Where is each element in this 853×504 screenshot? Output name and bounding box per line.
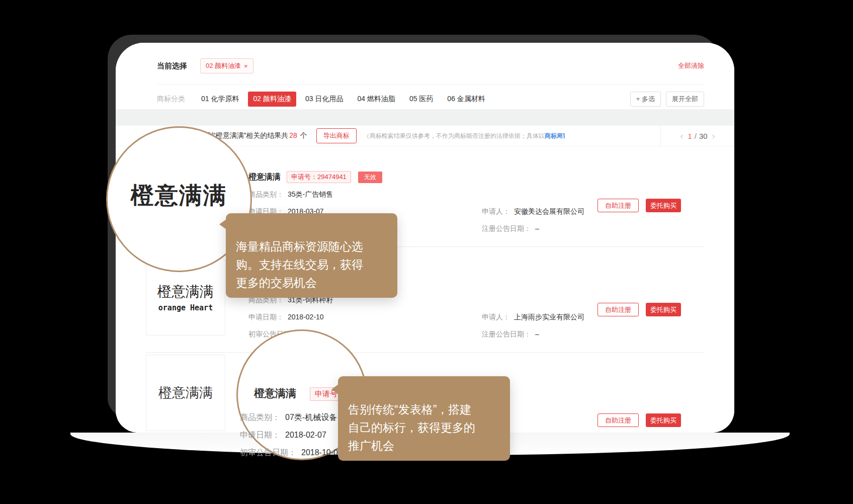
pagination: ‹ 1 / 30 › — [660, 126, 734, 146]
field-value: 上海雨步实业有限公司 — [514, 313, 584, 321]
entrust-buy-button[interactable]: 委托购买 — [646, 303, 681, 316]
total-pages: 30 — [699, 132, 708, 140]
page-separator: / — [695, 132, 697, 140]
magnified-date-field: 申请日期：2018-02-07 — [240, 430, 326, 441]
tab-medicine[interactable]: 05 医药 — [404, 92, 438, 107]
magnified-category-field: 商品类别：07类-机械设备 — [240, 412, 337, 423]
tooltip-arrow-left-icon — [331, 384, 338, 394]
magnified-trademark-name: 橙意满满 — [254, 386, 296, 400]
results-count: 28 — [289, 131, 297, 139]
row-title-line: 橙意满满 申请号：29474941 无效 — [248, 171, 382, 183]
magnified-publication-field: 初审公告日期：2018-10-06 — [240, 448, 343, 458]
trademark-image-text: 橙意满满 — [157, 282, 214, 301]
field-value: 安徽美达会展有限公司 — [514, 207, 584, 215]
disclaimer-prefix: （商标检索结果仅供参考，不作为商标能否注册的法律依据；具体以 — [364, 132, 545, 139]
dashed-divider — [157, 84, 704, 85]
filter-panel: 当前选择 02 颜料油漆 × 全部清除 商标分类 01 化学原料 02 颜料油漆… — [116, 43, 734, 109]
tooltip-text: 告别传统“发表格”，搭建 自己的标行，获得更多的 推广机会 — [348, 403, 475, 452]
magnified-trademark-text: 橙意满满 — [131, 180, 227, 211]
tab-fuel[interactable]: 04 燃料油脂 — [352, 92, 400, 107]
field-label: 申请人： — [482, 207, 510, 215]
field-value: 2018-02-10 — [288, 313, 324, 321]
field-label: 申请人： — [482, 313, 510, 321]
field-label: 商品类别： — [240, 413, 280, 422]
field-value: 2018-02-07 — [285, 431, 326, 439]
trademark-image-text: 橙意满满 — [158, 384, 213, 402]
prev-page-icon[interactable]: ‹ — [675, 131, 688, 141]
tooltip-promotion: 告别传统“发表格”，搭建 自己的标行，获得更多的 推广机会 — [338, 376, 510, 461]
field-label: 初审公告日期： — [240, 448, 296, 457]
current-selection-row: 当前选择 02 颜料油漆 × 全部清除 — [157, 58, 704, 74]
field-value: – — [535, 330, 539, 338]
results-summary-suffix: 个 — [298, 131, 307, 139]
row-divider — [146, 352, 704, 353]
multi-select-button[interactable]: + 多选 — [630, 92, 661, 107]
field-label: 注册公告日期： — [482, 330, 531, 338]
tab-chemical[interactable]: 01 化学原料 — [196, 92, 244, 107]
tab-metal[interactable]: 06 金属材料 — [442, 92, 490, 107]
trademark-name[interactable]: 橙意满满 — [248, 172, 281, 183]
self-register-button[interactable]: 自助注册 — [598, 199, 639, 212]
tooltip-text: 海量精品商标资源随心选 购。支持在线交易，获得 更多的交易机会 — [236, 240, 363, 289]
entrust-buy-button[interactable]: 委托购买 — [646, 413, 681, 427]
selected-filter-tag[interactable]: 02 颜料油漆 × — [200, 58, 253, 73]
trademark-image-3[interactable]: 橙意满满 — [146, 355, 225, 431]
tab-paint-selected[interactable]: 02 颜料油漆 — [248, 92, 296, 107]
field-label: 申请日期： — [248, 313, 284, 321]
application-number-tag: 申请号：29474941 — [287, 171, 351, 183]
next-page-icon[interactable]: › — [708, 131, 720, 141]
category-field: 商品类别：35类-广告销售 — [248, 190, 333, 199]
field-value: 35类-广告销售 — [288, 190, 333, 198]
field-value: – — [535, 224, 539, 232]
self-register-button[interactable]: 自助注册 — [598, 413, 639, 427]
page-background: 当前选择 02 颜料油漆 × 全部清除 商标分类 01 化学原料 02 颜料油漆… — [0, 0, 853, 504]
date-applicant-field: 申请日期：2018-02-10 申请人：上海雨步实业有限公司 — [248, 313, 324, 322]
status-badge: 无效 — [358, 172, 382, 183]
selected-filter-tag-label: 02 颜料油漆 — [206, 61, 241, 70]
export-trademarks-button[interactable]: 导出商标 — [316, 128, 357, 143]
field-value: 2018-10-06 — [301, 448, 343, 457]
field-label: 注册公告日期： — [482, 224, 531, 232]
entrust-buy-button[interactable]: 委托购买 — [646, 199, 681, 212]
tab-daily-chemical[interactable]: 03 日化用品 — [300, 92, 348, 107]
tooltip-arrow-left-icon — [219, 219, 226, 229]
trademark-image-subtext: orange Heart — [158, 303, 213, 312]
expand-all-button[interactable]: 展开全部 — [666, 92, 704, 107]
self-register-button[interactable]: 自助注册 — [598, 303, 639, 316]
remove-filter-icon[interactable]: × — [244, 62, 248, 70]
category-bar: 商标分类 01 化学原料 02 颜料油漆 03 日化用品 04 燃料油脂 05 … — [157, 90, 704, 108]
field-label: 申请日期： — [240, 431, 280, 439]
clear-all-button[interactable]: 全部清除 — [678, 61, 704, 70]
field-value: 07类-机械设备 — [285, 413, 337, 422]
current-selection-label: 当前选择 — [157, 61, 187, 71]
trademark-office-link[interactable]: 商标局官网 — [545, 132, 565, 139]
results-disclaimer: （商标检索结果仅供参考，不作为商标能否注册的法律依据；具体以商标局官网查询为准。… — [364, 132, 565, 140]
tooltip-marketplace: 海量精品商标资源随心选 购。支持在线交易，获得 更多的交易机会 — [226, 213, 397, 298]
current-page: 1 — [688, 132, 692, 140]
category-bar-label: 商标分类 — [157, 95, 185, 104]
field-label: 商品类别： — [248, 190, 284, 198]
